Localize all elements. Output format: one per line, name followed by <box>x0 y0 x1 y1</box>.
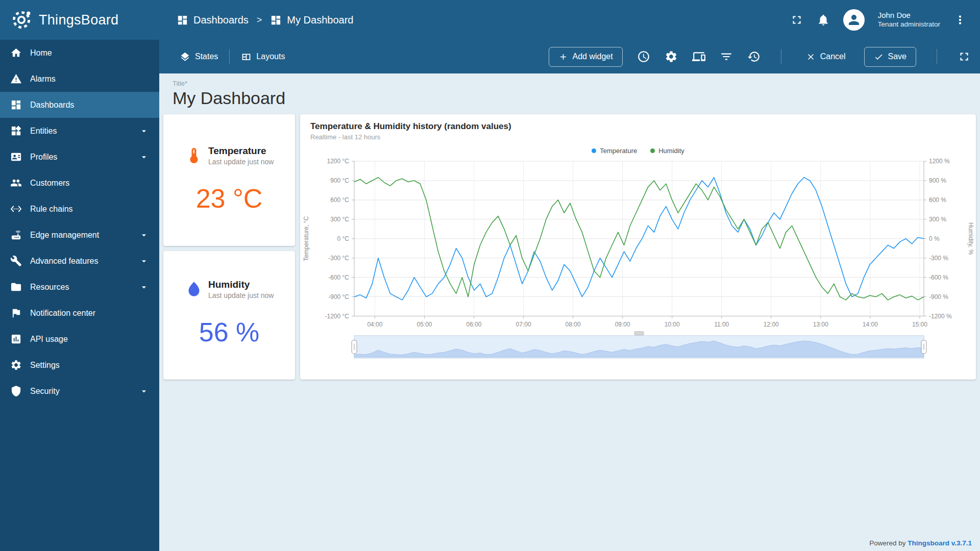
close-icon <box>806 52 816 62</box>
sidebar-item-customers[interactable]: Customers <box>0 170 159 196</box>
sidebar-item-label: Customers <box>30 179 149 188</box>
chart-title: Temperature & Humidity history (random v… <box>310 121 966 132</box>
expand-fullscreen-icon[interactable] <box>958 50 971 63</box>
sidebar-item-api-usage[interactable]: API usage <box>0 326 159 352</box>
dashboard-settings-gear-icon[interactable] <box>665 50 678 63</box>
svg-text:600 °C: 600 °C <box>330 196 349 204</box>
svg-text:1200 °C: 1200 °C <box>327 158 350 165</box>
folder-icon <box>10 281 22 293</box>
sidebar-item-label: Home <box>30 48 149 58</box>
sidebar-item-label: Dashboards <box>30 101 149 110</box>
svg-text:600 %: 600 % <box>929 196 946 204</box>
svg-text:-1200 %: -1200 % <box>929 313 952 320</box>
sidebar-item-advanced-features[interactable]: Advanced features <box>0 248 159 274</box>
rule-chains-icon <box>10 203 22 215</box>
legend-item-humidity[interactable]: Humidity <box>650 147 684 155</box>
sidebar-nav: Home Alarms Dashboards Entities Profiles… <box>0 40 159 404</box>
dashboard-title-input[interactable]: My Dashboard <box>173 88 967 108</box>
cancel-button[interactable]: Cancel <box>802 47 850 66</box>
sidebar: ThingsBoard Home Alarms Dashboards Entit… <box>0 0 159 551</box>
legend-dot-humidity <box>650 148 655 153</box>
svg-text:900 °C: 900 °C <box>330 177 349 184</box>
user-menu[interactable]: John Doe Tenant administrator <box>878 11 940 29</box>
breadcrumb-separator: > <box>257 15 262 26</box>
manage-layouts-devices-icon[interactable] <box>692 50 705 63</box>
svg-text:-1200 °C: -1200 °C <box>325 313 350 320</box>
svg-text:Humidity, %: Humidity, % <box>967 222 974 255</box>
sidebar-item-home[interactable]: Home <box>0 40 159 66</box>
thingsboard-logo-icon <box>10 9 33 31</box>
add-widget-label: Add widget <box>573 52 613 61</box>
temperature-value: 23 °C <box>163 183 295 214</box>
save-button[interactable]: Save <box>864 47 916 67</box>
sidebar-item-label: Settings <box>30 361 149 370</box>
sidebar-item-entities[interactable]: Entities <box>0 118 159 144</box>
chevron-down-icon <box>139 386 149 396</box>
version-link[interactable]: Thingsboard v.3.7.1 <box>908 539 972 547</box>
fullscreen-icon[interactable] <box>790 13 803 27</box>
layers-icon <box>180 52 190 62</box>
svg-text:13:00: 13:00 <box>813 321 828 328</box>
chart-subtitle: Realtime - last 12 hours <box>310 133 966 141</box>
breadcrumb-current-dashboard[interactable]: My Dashboard <box>270 14 353 26</box>
sidebar-item-notification-center[interactable]: Notification center <box>0 300 159 326</box>
user-avatar[interactable] <box>843 9 865 31</box>
svg-text:15:00: 15:00 <box>912 321 927 328</box>
more-vert-icon[interactable] <box>953 13 967 27</box>
thermometer-icon <box>185 146 203 165</box>
legend-dot-temperature <box>592 148 596 153</box>
svg-text:08:00: 08:00 <box>566 321 581 328</box>
widget-temperature-card[interactable]: Temperature Last update just now 23 °C <box>163 114 295 246</box>
user-name: John Doe <box>878 11 940 20</box>
sidebar-item-label: Resources <box>30 283 131 292</box>
svg-text:10:00: 10:00 <box>665 321 680 328</box>
app-logo[interactable]: ThingsBoard <box>0 0 159 40</box>
left-widget-column: Temperature Last update just now 23 °C H… <box>163 114 295 380</box>
sidebar-item-settings[interactable]: Settings <box>0 352 159 378</box>
time-window-clock-icon[interactable] <box>637 50 650 63</box>
svg-text:-900 %: -900 % <box>929 293 948 300</box>
states-label: States <box>195 52 218 61</box>
sidebar-item-label: Alarms <box>30 74 149 84</box>
brush-selection[interactable] <box>354 336 924 358</box>
notifications-bell-icon[interactable] <box>817 13 830 27</box>
timeseries-chart[interactable]: 1200 °C1200 %900 °C900 %600 °C600 %300 °… <box>300 156 976 361</box>
breadcrumb-dashboards[interactable]: Dashboards <box>177 14 249 26</box>
version-history-icon[interactable] <box>747 50 761 63</box>
svg-text:-300 %: -300 % <box>929 255 948 262</box>
save-label: Save <box>888 52 906 61</box>
sidebar-item-dashboards[interactable]: Dashboards <box>0 92 159 118</box>
home-icon <box>10 47 22 59</box>
states-button[interactable]: States <box>175 47 223 66</box>
chart-widget-card[interactable]: Temperature & Humidity history (random v… <box>300 114 976 380</box>
brush-top-handle[interactable] <box>634 332 644 335</box>
sidebar-item-label: API usage <box>30 335 149 344</box>
chevron-down-icon <box>139 282 149 292</box>
sidebar-item-edge-management[interactable]: Edge management <box>0 222 159 248</box>
sidebar-item-label: Rule chains <box>30 205 149 214</box>
svg-text:1200 %: 1200 % <box>929 158 950 165</box>
chart-legend: Temperature Humidity <box>300 145 976 156</box>
legend-item-temperature[interactable]: Temperature <box>592 147 637 155</box>
svg-text:12:00: 12:00 <box>764 321 779 328</box>
title-field-label: Title* <box>173 80 967 87</box>
sidebar-item-security[interactable]: Security <box>0 378 159 404</box>
sidebar-item-resources[interactable]: Resources <box>0 274 159 300</box>
user-role: Tenant administrator <box>878 20 940 29</box>
toolbar-divider <box>781 49 781 64</box>
sidebar-item-profiles[interactable]: Profiles <box>0 144 159 170</box>
layouts-icon <box>241 52 252 62</box>
profiles-icon <box>10 151 22 163</box>
layouts-button[interactable]: Layouts <box>236 47 290 66</box>
add-widget-button[interactable]: Add widget <box>549 47 623 67</box>
filter-icon[interactable] <box>720 50 733 63</box>
svg-text:06:00: 06:00 <box>467 321 482 328</box>
sidebar-item-alarms[interactable]: Alarms <box>0 66 159 92</box>
sidebar-item-rule-chains[interactable]: Rule chains <box>0 196 159 222</box>
flag-icon <box>10 307 22 319</box>
chevron-down-icon <box>139 152 149 162</box>
sidebar-item-label: Entities <box>30 127 131 136</box>
widget-humidity-card[interactable]: Humidity Last update just now 56 % <box>163 251 295 380</box>
powered-by-text: Powered by <box>869 539 905 547</box>
water-drop-icon <box>185 280 203 298</box>
